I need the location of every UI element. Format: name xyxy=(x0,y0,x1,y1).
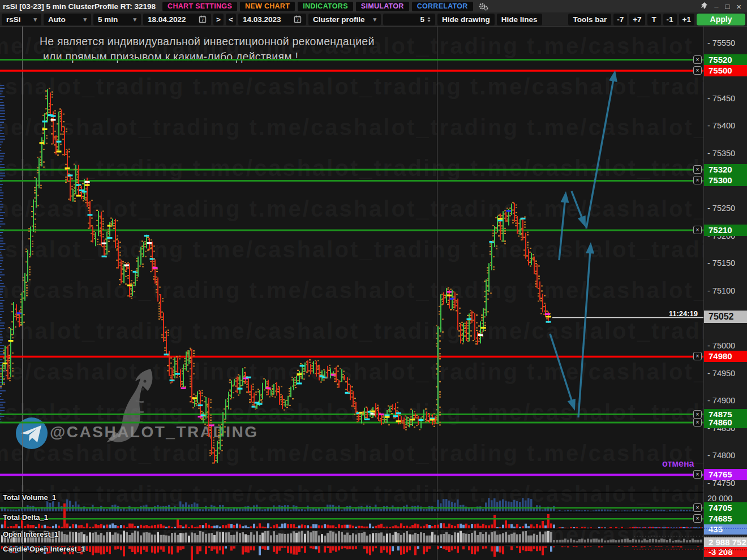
menu-new-chart[interactable]: NEW CHART xyxy=(240,2,295,11)
menu-correlator[interactable]: CORRELATOR xyxy=(412,2,473,11)
period-stepper[interactable]: 5 xyxy=(383,14,435,25)
level-close-button[interactable]: × xyxy=(693,165,702,174)
window-controls: – □ × xyxy=(701,2,741,11)
spinner-arrows-icon[interactable] xyxy=(427,17,431,22)
price-tick-label: - 75400 xyxy=(707,121,735,130)
hide-lines-button[interactable]: Hide lines xyxy=(497,14,542,25)
panel-label-candle-open-interest: Candle Open Interest_1 xyxy=(3,545,85,553)
telegram-icon xyxy=(15,417,48,450)
watermark-text: t.me/cashalot_trading t.me/cashalot_trad… xyxy=(0,115,703,140)
price-tick-label: - 75550 xyxy=(707,38,735,48)
level-close-button[interactable]: × xyxy=(693,176,702,184)
watermark-text: t.me/cashalot_trading t.me/cashalot_trad… xyxy=(0,74,703,100)
level-close-button[interactable]: × xyxy=(693,514,702,523)
watermark-text: t.me/cashalot_trading t.me/cashalot_trad… xyxy=(0,278,703,303)
close-icon[interactable]: × xyxy=(736,2,741,11)
disclaimer-line-2: или прямым призывом к каким-либо действи… xyxy=(43,50,298,63)
settings-gear-icon[interactable] xyxy=(478,2,488,11)
price-level-badge: 75500 xyxy=(704,65,747,76)
panel-label-total-volume: Total Volume_1 xyxy=(3,493,56,502)
level-close-button[interactable]: × xyxy=(693,226,702,234)
level-close-button[interactable]: × xyxy=(693,55,702,64)
level-close-button[interactable]: × xyxy=(693,418,702,427)
chevron-down-icon: ▾ xyxy=(370,16,376,23)
price-level-badge: 74765 xyxy=(704,469,747,480)
mode-select[interactable]: Auto ▾ xyxy=(44,14,91,25)
level-close-button[interactable]: × xyxy=(693,503,702,512)
level-close-button[interactable]: × xyxy=(693,470,702,479)
date-from-field[interactable]: 18.04.2022 7 xyxy=(143,14,211,25)
cancel-level-label: отмена xyxy=(662,459,694,469)
date-step-back-button[interactable]: < xyxy=(226,14,236,25)
period-value: 5 xyxy=(420,15,424,24)
svg-text:7: 7 xyxy=(297,18,299,22)
chevron-down-icon: ▾ xyxy=(130,16,136,23)
price-level-badge: 74705 xyxy=(704,502,747,514)
shift-minus7-button[interactable]: -7 xyxy=(613,14,627,25)
watermark-text: t.me/cashalot_trading t.me/cashalot_trad… xyxy=(0,196,703,222)
disclaimer-line-1: Не является индивидувальной инвестиционн… xyxy=(40,35,375,48)
date-to-field[interactable]: 14.03.2023 7 xyxy=(238,14,306,25)
menu-chart-settings[interactable]: CHART SETTINGS xyxy=(162,2,237,11)
zero-line xyxy=(704,549,747,550)
price-tick-label: - 75150 xyxy=(707,259,735,268)
price-level-badge: 74685 xyxy=(704,513,747,524)
watermark-text: t.me/cashalot_trading t.me/cashalot_trad… xyxy=(0,156,703,181)
menu-simulator[interactable]: SIMULATOR xyxy=(356,2,409,11)
panel-label-open-interest: Open Interest_1 xyxy=(3,530,58,539)
current-price-badge: 75052 xyxy=(704,311,747,323)
zero-line xyxy=(704,528,747,529)
toolbar: rsSi ▾ Auto ▾ 5 min ▾ 18.04.2022 7 > < 1… xyxy=(0,12,747,27)
minimize-icon[interactable]: – xyxy=(714,3,718,10)
price-level-badge: 74980 xyxy=(704,351,747,362)
price-tick-label: - 74900 xyxy=(707,396,735,405)
price-level-badge: 75300 xyxy=(704,175,747,186)
price-level-badge: 75320 xyxy=(704,164,747,175)
indicator-value-badge: -3 208 xyxy=(704,547,747,557)
chart-type-value: Cluster profile xyxy=(313,15,365,24)
price-level-badge: 74860 xyxy=(704,417,747,428)
trading-terminal-window: t.me/cashalot_trading t.me/cashalot_trad… xyxy=(0,0,747,560)
chevron-down-icon: ▾ xyxy=(30,16,37,23)
chart-type-select[interactable]: Cluster profile ▾ xyxy=(308,14,381,25)
window-title: rsSi [03-23] 5 min ClusterProfile RT: 32… xyxy=(3,2,156,11)
watermark-text: t.me/cashalot_trading t.me/cashalot_trad… xyxy=(0,237,703,262)
watermark-text: t.me/cashalot_trading t.me/cashalot_trad… xyxy=(0,522,703,548)
hide-drawing-button[interactable]: Hide drawing xyxy=(437,14,495,25)
title-bar: rsSi [03-23] 5 min ClusterProfile RT: 32… xyxy=(0,0,747,12)
price-tick-label: - 75450 xyxy=(707,94,735,103)
price-tick-label: - 75250 xyxy=(707,204,735,213)
timeframe-value: 5 min xyxy=(98,15,118,24)
date-from-value: 18.04.2022 xyxy=(148,15,186,24)
price-scale[interactable]: - 75550- 75450- 75400- 75350- 75250- 752… xyxy=(703,27,747,560)
menu-indicators[interactable]: INDICATORS xyxy=(298,2,353,11)
price-tick-label: - 75100 xyxy=(707,286,735,295)
calendar-icon: 7 xyxy=(294,15,302,23)
date-step-forward-button[interactable]: > xyxy=(213,14,224,25)
theme-t-button[interactable]: T xyxy=(647,14,661,25)
price-level-badge: 75210 xyxy=(704,225,747,236)
tools-bar-button[interactable]: Tools bar xyxy=(568,14,611,25)
level-close-button[interactable]: × xyxy=(693,352,702,360)
watermark-text: t.me/cashalot_trading t.me/cashalot_trad… xyxy=(0,481,703,507)
price-tick-label: 20 000 xyxy=(707,494,732,503)
calendar-icon: 7 xyxy=(199,15,207,23)
chart-region[interactable]: t.me/cashalot_trading t.me/cashalot_trad… xyxy=(0,0,747,560)
shift-minus1-button[interactable]: -1 xyxy=(663,14,677,25)
level-close-button[interactable]: × xyxy=(693,66,702,75)
svg-text:7: 7 xyxy=(201,18,204,22)
maximize-icon[interactable]: □ xyxy=(725,3,729,10)
price-tick-label: - 75000 xyxy=(707,341,735,350)
instrument-select[interactable]: rsSi ▾ xyxy=(2,14,41,25)
price-tick-label: - 74800 xyxy=(707,451,735,460)
price-tick-label: - 74950 xyxy=(707,369,735,378)
shift-plus1-button[interactable]: +1 xyxy=(679,14,694,25)
level-close-button[interactable]: × xyxy=(693,410,702,419)
date-to-value: 14.03.2023 xyxy=(243,15,281,24)
apply-button[interactable]: Apply xyxy=(697,14,745,25)
pin-icon[interactable] xyxy=(701,2,707,10)
shift-plus7-button[interactable]: +7 xyxy=(629,14,645,25)
timeframe-select[interactable]: 5 min ▾ xyxy=(93,14,141,25)
watermark-text: t.me/cashalot_trading t.me/cashalot_trad… xyxy=(0,318,703,344)
indicator-value-badge: 2 988 752 xyxy=(704,537,747,548)
